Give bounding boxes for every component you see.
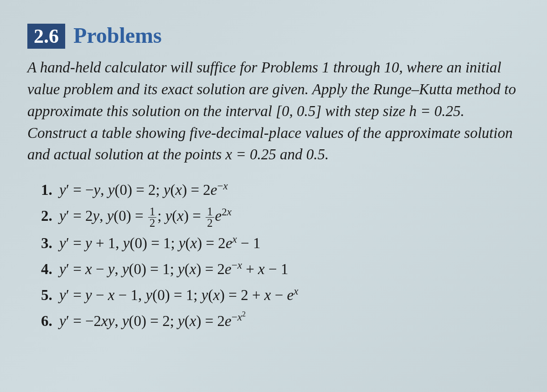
problem-item: 5. y′ = y − x − 1, y(0) = 1; y(x) = 2 + … — [41, 284, 520, 307]
problem-item: 1. y′ = −y, y(0) = 2; y(x) = 2e−x — [41, 178, 520, 202]
problem-number: 4. — [41, 258, 55, 281]
problem-item: 4. y′ = x − y, y(0) = 1; y(x) = 2e−x + x… — [41, 258, 520, 281]
problem-item: 3. y′ = y + 1, y(0) = 1; y(x) = 2ex − 1 — [41, 232, 520, 255]
problems-list: 1. y′ = −y, y(0) = 2; y(x) = 2e−x 2. y′ … — [27, 178, 520, 333]
problem-number: 2. — [41, 204, 55, 228]
problem-equation: y′ = 2y, y(0) = 12; y(x) = 12e2x — [59, 204, 232, 229]
instructions-text: A hand-held calculator will suffice for … — [27, 57, 520, 166]
problem-item: 2. y′ = 2y, y(0) = 12; y(x) = 12e2x — [41, 204, 520, 229]
problem-number: 3. — [41, 232, 55, 255]
section-title: Problems — [73, 23, 162, 48]
section-number: 2.6 — [27, 24, 65, 49]
problem-number: 1. — [41, 178, 55, 202]
problem-equation: y′ = −2xy, y(0) = 2; y(x) = 2e−x2 — [59, 310, 246, 333]
section-header: 2.6 Problems — [27, 23, 520, 49]
problem-number: 5. — [41, 284, 55, 307]
problem-equation: y′ = −y, y(0) = 2; y(x) = 2e−x — [59, 178, 228, 202]
problem-equation: y′ = y + 1, y(0) = 1; y(x) = 2ex − 1 — [59, 232, 260, 255]
problem-number: 6. — [41, 310, 55, 333]
problem-equation: y′ = y − x − 1, y(0) = 1; y(x) = 2 + x −… — [59, 284, 298, 307]
problem-equation: y′ = x − y, y(0) = 1; y(x) = 2e−x + x − … — [59, 258, 288, 281]
problem-item: 6. y′ = −2xy, y(0) = 2; y(x) = 2e−x2 — [41, 310, 520, 333]
